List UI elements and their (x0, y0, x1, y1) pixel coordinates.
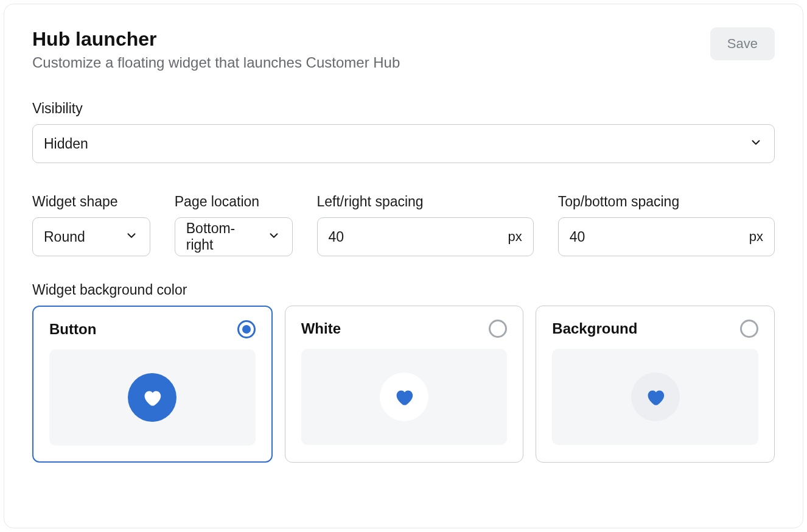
tb-spacing-field: Top/bottom spacing px (558, 194, 775, 256)
lr-spacing-label: Left/right spacing (317, 194, 534, 210)
widget-shape-select[interactable]: Round (32, 217, 150, 256)
radio-checked-icon (237, 320, 256, 338)
visibility-select-wrapper: Hidden (32, 124, 775, 163)
bgcolor-preview (552, 349, 758, 445)
page-location-value: Bottom-right (186, 220, 262, 253)
lr-spacing-field: Left/right spacing px (317, 194, 534, 256)
heart-icon (646, 387, 665, 407)
page-subtitle: Customize a floating widget that launche… (32, 54, 400, 71)
tb-spacing-input[interactable] (570, 229, 749, 245)
bgcolor-option-title: Button (49, 321, 96, 338)
tb-spacing-input-group: px (558, 217, 775, 256)
tb-spacing-unit: px (749, 229, 763, 245)
hub-launcher-card: Hub launcher Customize a floating widget… (4, 4, 803, 528)
bgcolor-preview (49, 349, 256, 446)
heart-icon (394, 387, 414, 407)
visibility-value: Hidden (44, 136, 88, 152)
preview-circle-white (380, 373, 428, 421)
bgcolor-option-button[interactable]: Button (32, 306, 273, 463)
bgcolor-option-header: Background (552, 320, 758, 338)
header-text: Hub launcher Customize a floating widget… (32, 27, 400, 71)
page-location-select[interactable]: Bottom-right (175, 217, 293, 256)
radio-unchecked-icon (740, 320, 758, 338)
save-button[interactable]: Save (710, 27, 775, 60)
bgcolor-option-title: White (301, 320, 341, 337)
lr-spacing-unit: px (508, 229, 522, 245)
visibility-select[interactable]: Hidden (32, 124, 775, 163)
widget-shape-value: Round (44, 229, 85, 245)
radio-unchecked-icon (489, 320, 507, 338)
settings-row: Widget shape Round Page location Bottom-… (32, 194, 775, 256)
bgcolor-preview (301, 349, 508, 445)
page-title: Hub launcher (32, 27, 400, 51)
bgcolor-field: Widget background color Button White (32, 282, 775, 463)
page-location-select-wrapper: Bottom-right (175, 217, 293, 256)
preview-circle-grey (631, 373, 680, 421)
visibility-label: Visibility (32, 100, 775, 117)
bgcolor-option-background[interactable]: Background (536, 306, 775, 463)
heart-icon (142, 388, 162, 407)
widget-shape-label: Widget shape (32, 194, 150, 210)
bgcolor-label: Widget background color (32, 282, 775, 298)
page-location-field: Page location Bottom-right (175, 194, 293, 256)
bgcolor-option-title: Background (552, 320, 637, 337)
widget-shape-field: Widget shape Round (32, 194, 150, 256)
preview-circle-blue (128, 373, 176, 422)
bgcolor-options-row: Button White (32, 306, 775, 463)
lr-spacing-input-group: px (317, 217, 534, 256)
bgcolor-option-header: Button (49, 320, 256, 338)
lr-spacing-input[interactable] (329, 229, 508, 245)
header-row: Hub launcher Customize a floating widget… (32, 27, 775, 71)
bgcolor-option-header: White (301, 320, 508, 338)
page-location-label: Page location (175, 194, 293, 210)
widget-shape-select-wrapper: Round (32, 217, 150, 256)
bgcolor-option-white[interactable]: White (285, 306, 524, 463)
visibility-field: Visibility Hidden (32, 100, 775, 163)
tb-spacing-label: Top/bottom spacing (558, 194, 775, 210)
